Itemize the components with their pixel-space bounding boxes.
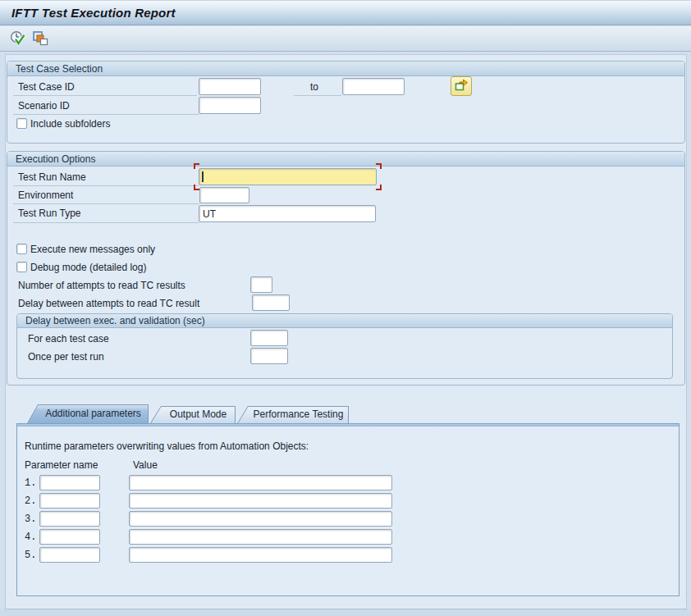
- tab-panel-accent-bar: [17, 424, 679, 427]
- tab-output-mode[interactable]: Output Mode: [150, 406, 236, 423]
- once-per-test-run-label: Once per test run: [28, 351, 104, 363]
- test-case-selection-title: Test Case Selection: [7, 62, 684, 76]
- application-toolbar: [0, 26, 691, 52]
- test-run-name-label: Test Run Name: [18, 171, 86, 183]
- scenario-id-input[interactable]: [199, 97, 261, 114]
- row-rule: [13, 95, 197, 96]
- runtime-parameters-description: Runtime parameters overwriting values fr…: [25, 440, 309, 452]
- param-value-input-2[interactable]: [129, 493, 392, 509]
- test-run-type-label: Test Run Type: [18, 208, 81, 219]
- test-case-selection-frame: Test Case Selection: [7, 61, 685, 144]
- delay-attempts-input[interactable]: [252, 294, 290, 311]
- environment-label: Environment: [18, 189, 73, 201]
- delay-validation-title: Delay between exec. and validation (sec): [17, 314, 672, 328]
- get-variant-button[interactable]: [30, 30, 51, 49]
- for-each-test-case-input[interactable]: [250, 330, 288, 346]
- parameter-name-header: Parameter name: [25, 459, 98, 471]
- delay-validation-frame: Delay between exec. and validation (sec): [16, 313, 673, 379]
- get-variant-icon: [32, 30, 48, 49]
- execute-new-messages-checkbox[interactable]: [16, 244, 27, 254]
- multiple-selection-button[interactable]: [451, 76, 472, 96]
- debug-mode-checkbox[interactable]: [16, 262, 27, 272]
- tab-label: Performance Testing: [237, 406, 349, 423]
- attempts-input[interactable]: [250, 276, 272, 293]
- page-title: IFTT Test Execution Report: [11, 6, 176, 20]
- param-row-index: 5.: [25, 550, 36, 561]
- row-rule: [294, 95, 341, 96]
- title-bar: IFTT Test Execution Report: [0, 0, 691, 25]
- test-run-type-input[interactable]: [199, 205, 376, 222]
- param-name-input-5[interactable]: [39, 547, 100, 563]
- debug-mode-label: Debug mode (detailed log): [30, 262, 146, 273]
- param-value-input-3[interactable]: [129, 511, 392, 527]
- row-rule: [13, 222, 199, 223]
- param-name-input-1[interactable]: [39, 475, 100, 491]
- include-subfolders-checkbox[interactable]: [16, 118, 27, 129]
- test-case-id-to-input[interactable]: [342, 78, 405, 95]
- execution-options-title: Execution Options: [7, 152, 684, 167]
- param-name-input-4[interactable]: [39, 529, 100, 545]
- param-row-index: 4.: [25, 532, 36, 543]
- window-bottom-strip: [0, 609, 691, 616]
- row-rule: [13, 114, 199, 115]
- param-name-input-2[interactable]: [39, 493, 100, 509]
- attempts-label: Number of attempts to read TC results: [18, 280, 185, 291]
- multiple-selection-icon: [455, 78, 469, 94]
- param-value-input-4[interactable]: [129, 529, 392, 545]
- tab-label: Output Mode: [150, 406, 236, 423]
- test-run-name-input[interactable]: [199, 168, 377, 185]
- param-row-index: 3.: [25, 513, 36, 525]
- tab-label: Additional parameters: [27, 404, 149, 423]
- to-label: to: [310, 81, 318, 93]
- for-each-test-case-label: For each test case: [28, 333, 109, 345]
- include-subfolders-label: Include subfolders: [30, 118, 110, 130]
- execute-button[interactable]: [7, 30, 28, 49]
- tab-additional-parameters[interactable]: Additional parameters: [27, 404, 149, 423]
- once-per-test-run-input[interactable]: [250, 348, 288, 364]
- param-row-index: 2.: [25, 495, 36, 507]
- test-case-id-input[interactable]: [199, 78, 261, 95]
- row-rule: [13, 185, 199, 186]
- value-header: Value: [133, 459, 158, 471]
- row-rule: [13, 203, 199, 204]
- environment-input[interactable]: [199, 187, 249, 203]
- param-row-index: 1.: [25, 477, 36, 489]
- param-value-input-1[interactable]: [129, 475, 392, 491]
- param-name-input-3[interactable]: [39, 511, 100, 527]
- param-value-input-5[interactable]: [129, 547, 392, 563]
- test-case-id-label: Test Case ID: [18, 81, 75, 93]
- execute-icon: [9, 30, 26, 49]
- tab-performance-testing[interactable]: Performance Testing: [237, 406, 349, 423]
- scenario-id-label: Scenario ID: [18, 100, 70, 112]
- text-caret: [202, 171, 204, 182]
- execute-new-messages-label: Execute new messages only: [30, 244, 155, 255]
- delay-attempts-label: Delay between attempts to read TC result: [18, 298, 199, 309]
